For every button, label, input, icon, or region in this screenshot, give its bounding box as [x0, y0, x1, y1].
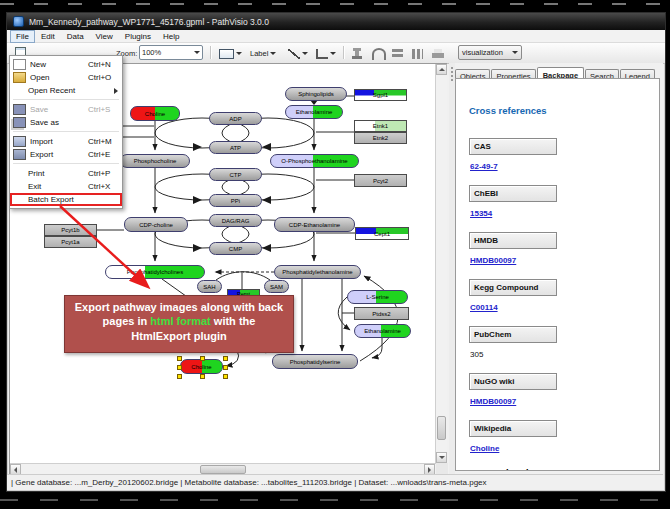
node-choline[interactable]: Choline — [130, 106, 180, 121]
callout-line-2: pages in html format with the — [65, 314, 293, 328]
menu-bar-item[interactable]: Help — [157, 30, 185, 43]
cross-reference-link[interactable]: 62-49-7 — [470, 162, 498, 171]
cross-reference-link[interactable]: HMDB00097 — [470, 256, 516, 265]
file-menu-item[interactable]: Exit Ctrl+X — [10, 180, 122, 193]
file-menu-item[interactable] — [13, 163, 119, 165]
file-menu-item[interactable]: Save Ctrl+S — [10, 103, 122, 116]
title-bar[interactable]: Mm_Kennedy_pathway_WP1771_45176.gpml - P… — [7, 13, 665, 30]
menu-item-shortcut: Ctrl+X — [88, 182, 118, 191]
node-sah[interactable]: SAH — [197, 280, 222, 293]
cross-reference-section: PubChem 305 — [469, 326, 659, 361]
selection-handle[interactable] — [200, 356, 205, 361]
node-sam[interactable]: SAM — [264, 280, 289, 293]
selection-handle[interactable] — [223, 374, 228, 379]
side-panel-tabs: ObjectsPropertiesBackpageSearchLegend — [455, 64, 656, 78]
line-tool-icon — [288, 49, 300, 59]
horizontal-scroll-thumb[interactable] — [200, 465, 246, 474]
menu-bar-item[interactable]: Edit — [35, 30, 61, 43]
line-tool-button[interactable] — [285, 45, 311, 62]
status-bar: | Gene database: ...m_Derby_20120602.bri… — [7, 474, 663, 490]
screenshot-root: { "window": { "title": "Mm_Kennedy_pathw… — [0, 0, 670, 509]
node-cdp-ethanolamine[interactable]: CDP-Ethanolamine — [274, 217, 355, 232]
node-cdp-choline[interactable]: CDP-choline — [124, 217, 188, 232]
node-sphingolipids[interactable]: Sphingolipids — [285, 87, 347, 101]
node-cmp[interactable]: CMP — [209, 242, 262, 255]
scroll-up-button[interactable] — [436, 64, 447, 75]
menu-item-icon — [13, 72, 26, 83]
node-o-phosphoethanolamine[interactable]: O-Phosphoethanolamine — [270, 154, 359, 168]
file-menu-item[interactable]: Save as — [10, 116, 122, 129]
node-choline-selected-label: Choline — [191, 364, 211, 370]
gene-box-sgpl1[interactable]: Sgpl1 — [354, 89, 407, 101]
add-label-button[interactable]: Label — [247, 45, 279, 62]
menu-bar-item[interactable]: View — [90, 30, 119, 43]
gene-box-pcyt1a[interactable]: Pcyt1a — [44, 236, 97, 248]
gene-box-cept1[interactable]: Cept1 — [355, 227, 409, 240]
file-menu-item[interactable]: New Ctrl+N — [10, 58, 122, 71]
menu-bar-item[interactable]: Data — [61, 30, 90, 43]
gene-box-etnk2[interactable]: Etnk2 — [354, 132, 407, 144]
cross-reference-link[interactable]: 305 — [470, 350, 483, 359]
node-adp[interactable]: ADP — [209, 112, 262, 125]
file-menu-item[interactable]: Print Ctrl+P — [10, 167, 122, 180]
node-choline-selected[interactable]: Choline — [180, 359, 223, 374]
gene-box-ptdss2[interactable]: Ptdss2 — [354, 307, 409, 320]
file-menu-item[interactable]: Batch Export — [10, 193, 122, 206]
menu-item-label: Save as — [30, 118, 88, 127]
selection-handle[interactable] — [177, 365, 182, 370]
file-menu-item[interactable] — [13, 131, 119, 133]
vertical-scroll-thumb[interactable] — [437, 416, 446, 440]
menu-item-icon — [13, 59, 26, 70]
database-name-box: HMDB — [469, 232, 557, 249]
selection-handle[interactable] — [223, 365, 228, 370]
callout-line-3: HtmlExport plugin — [65, 329, 293, 343]
add-datanode-button[interactable] — [216, 45, 245, 62]
backpage-panel: Cross references CAS 62-49-7 ChEBI 15354 — [455, 78, 660, 471]
node-ethanolamine[interactable]: Ethanolamine — [285, 105, 343, 119]
file-menu-item[interactable]: Open Ctrl+O — [10, 71, 122, 84]
database-name-box: NuGO wiki — [469, 373, 557, 390]
align-button[interactable] — [349, 45, 365, 62]
node-phosphatidylethanolamine[interactable]: Phosphatidylethanolamine — [274, 265, 361, 279]
selection-handle[interactable] — [223, 356, 228, 361]
zoom-combobox[interactable]: 100% — [139, 45, 203, 60]
label-button-text: Label — [250, 49, 268, 58]
align-rows-button[interactable] — [389, 45, 406, 62]
file-menu-item[interactable]: Open Recent — [10, 84, 122, 97]
scroll-down-button[interactable] — [436, 452, 447, 463]
file-menu-dropdown: New Ctrl+N Open Ctrl+O Open Recent — [9, 55, 123, 209]
print-button[interactable] — [429, 45, 447, 62]
gene-box-pcyt2[interactable]: Pcyt2 — [354, 174, 407, 187]
menu-item-label: Open Recent — [28, 86, 88, 95]
node-l-serine[interactable]: L-Serine — [347, 290, 408, 304]
file-menu-item[interactable]: Import Ctrl+M — [10, 135, 122, 148]
node-phosphatidylcholines[interactable]: Phosphatidylcholines — [105, 265, 205, 279]
anchor-button[interactable] — [369, 45, 389, 62]
vertical-scrollbar[interactable] — [435, 64, 447, 463]
node-phosphocholine[interactable]: Phosphocholine — [120, 154, 190, 168]
node-phosphatidylserine[interactable]: Phosphatidylserine — [272, 354, 358, 369]
align-columns-button[interactable] — [409, 45, 426, 62]
cross-reference-link[interactable]: C00114 — [470, 303, 498, 312]
menu-bar-item[interactable]: Plugins — [119, 30, 157, 43]
connector-tool-button[interactable] — [313, 45, 339, 62]
cross-reference-link[interactable]: 15354 — [470, 209, 492, 218]
node-ethanolamine-right[interactable]: Ethanolamine — [354, 324, 411, 338]
node-dag[interactable]: DAG/RAG — [209, 214, 262, 227]
menu-bar-item[interactable]: File — [10, 30, 35, 43]
app-icon — [13, 16, 24, 27]
visualization-combobox[interactable]: visualization — [458, 45, 522, 60]
node-atp[interactable]: ATP — [209, 141, 262, 154]
selection-handle[interactable] — [200, 374, 205, 379]
node-ctp[interactable]: CTP — [209, 168, 262, 181]
selection-handle[interactable] — [177, 356, 182, 361]
menu-item-label: Export — [30, 150, 88, 159]
gene-box-etnk1[interactable]: Etnk1 — [354, 120, 407, 132]
selection-handle[interactable] — [177, 374, 182, 379]
gene-box-pcyt1b[interactable]: Pcyt1b — [44, 224, 97, 236]
file-menu-item[interactable] — [13, 99, 119, 101]
cross-reference-link[interactable]: Choline — [470, 444, 499, 453]
cross-reference-link[interactable]: HMDB00097 — [470, 397, 516, 406]
node-ppi[interactable]: PPi — [209, 194, 262, 207]
file-menu-item[interactable]: Export Ctrl+E — [10, 148, 122, 161]
